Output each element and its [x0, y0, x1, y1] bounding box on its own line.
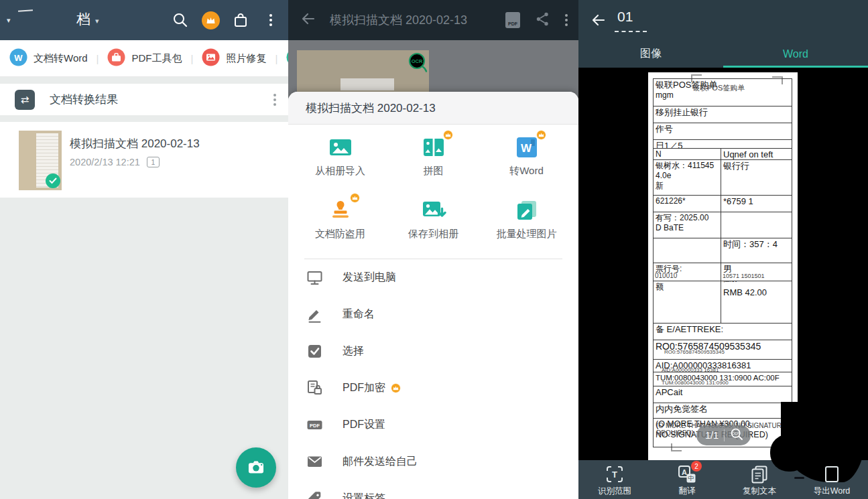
left-edge-caret-icon[interactable]: ▾ [7, 16, 11, 25]
folder-row-conversion-results[interactable]: ⇄ 文档转换结果 [0, 84, 288, 115]
page-indicator-pill[interactable]: 1/1 OCR [696, 425, 751, 445]
menu-item-set-tags[interactable]: 设置标签 [288, 480, 578, 499]
toolbar-item-label: 翻译 [679, 486, 696, 497]
folder-title-dropdown[interactable]: 档 ▾ [76, 10, 99, 29]
quick-action-label: PDF工具包 [131, 52, 182, 65]
toolbar-item-label: 导出Word [814, 486, 851, 497]
vip-crown-icon[interactable] [201, 11, 220, 29]
document-list-item[interactable]: 模拟扫描文档 2020-02-13 2020/2/13 12:21 1 [0, 122, 288, 198]
ocr-table-row: 时间：357：4 [653, 238, 792, 263]
chip-separator: | [97, 53, 99, 64]
menu-item-pdf-settings[interactable]: PDF PDF设置 [288, 407, 578, 443]
word-result-panel: 01 图像 Word 银联POS签购单mgm银联POS签购单移别挂止银行作号日1… [578, 0, 868, 499]
toolbar-copy-text[interactable]: 复制文本 [723, 460, 796, 499]
grid-action-label: 批量处理图片 [497, 228, 557, 240]
middle-overflow-icon[interactable] [565, 14, 568, 26]
document-title: 模拟扫描文档 2020-02-13 [70, 136, 200, 151]
pdf-file-icon[interactable]: PDF [505, 12, 520, 28]
tab-word[interactable]: Word [723, 40, 868, 68]
ocr-table-row: AID:A000000333816381AID:A000000333 16381 [653, 359, 792, 372]
document-detail-panel: 模拟扫描文档 2020-02-13 PDF OCR 模拟扫描文档 2020-02… [288, 0, 578, 499]
folder-row-label: 文档转换结果 [50, 92, 118, 107]
menu-item-email-to-self[interactable]: 邮件发送给自己 [288, 443, 578, 480]
grid-action-label: 文档防盗用 [315, 228, 365, 240]
middle-title: 模拟扫描文档 2020-02-13 [330, 12, 467, 28]
ocr-table-row: 备 E/AETTREKE: [653, 323, 792, 340]
result-title-editable[interactable]: 01 [617, 9, 633, 25]
back-arrow-icon[interactable] [591, 12, 607, 31]
ocr-table-row: APCait [653, 386, 792, 403]
ocr-result-table: 银联POS签购单mgm银联POS签购单移别挂止银行作号日1／5BacNUqnef… [653, 79, 792, 447]
ocr-ghost-text: 住别 [723, 281, 737, 283]
export-word-icon [822, 464, 842, 484]
sheet-header: 模拟扫描文档 2020-02-13 [288, 92, 578, 125]
ocr-zoom-icon[interactable]: OCR [730, 427, 744, 443]
grid-action-collage[interactable]: 拼图 [387, 134, 480, 192]
pdf-toolbox-icon [107, 48, 125, 69]
toolbar-ocr-area[interactable]: T 识别范围 [578, 460, 651, 499]
thumbnail-label-strip [340, 78, 394, 90]
pdf-lock-icon [306, 379, 324, 397]
share-icon[interactable] [535, 11, 550, 29]
result-tabs: 图像 Word [578, 40, 868, 68]
menu-item-select[interactable]: 选择 [288, 333, 578, 370]
middle-app-bar: 模拟扫描文档 2020-02-13 PDF [288, 0, 578, 40]
menu-item-label: PDF设置 [343, 418, 385, 432]
shop-bag-icon[interactable] [231, 11, 250, 29]
tab-image[interactable]: 图像 [578, 40, 723, 68]
ocr-badge-icon: OCR [406, 51, 432, 82]
computer-icon [306, 269, 324, 287]
toolbar-item-label: 识别范围 [598, 486, 631, 497]
translate-icon: A中2 [677, 464, 697, 484]
toolbar-item-label: 复制文本 [743, 486, 776, 497]
back-arrow-icon[interactable] [300, 11, 316, 29]
pdf-badge-icon: PDF [306, 416, 324, 434]
menu-item-pdf-encrypt[interactable]: PDF加密 [288, 370, 578, 407]
ocr-area-icon: T [605, 464, 625, 484]
ocr-table-row: 银树水：4115454.0e新银行行 [653, 159, 792, 196]
grid-action-import-from-album[interactable]: 从相册导入 [294, 134, 387, 192]
premium-crown-icon [443, 130, 453, 143]
notification-badge: 2 [691, 461, 702, 472]
save-gallery-icon [420, 197, 447, 224]
transfer-folder-icon: ⇄ [15, 90, 35, 110]
right-app-bar: 01 [578, 0, 868, 40]
document-actions-sheet: 模拟扫描文档 2020-02-13 从相册导入 拼图 W 转Word 文档防盗用… [288, 92, 578, 499]
quick-action-photo-repair[interactable]: 照片修复 [202, 48, 266, 69]
document-timestamp: 2020/2/13 12:21 [70, 157, 140, 167]
premium-crown-icon [350, 193, 360, 206]
menu-item-label: 设置标签 [343, 492, 385, 499]
svg-text:OCR: OCR [732, 431, 740, 435]
envelope-icon [306, 453, 324, 471]
ocr-table-row: 票行号:010010男10571 1501501 [653, 263, 792, 281]
document-thumbnail[interactable] [19, 131, 62, 190]
overflow-menu-icon[interactable] [261, 11, 280, 29]
quick-action-doc-to-word[interactable]: W 文档转Word [9, 48, 88, 69]
toolbar-translate[interactable]: A中2 翻译 [651, 460, 723, 499]
folder-overflow-icon[interactable] [273, 94, 276, 106]
stamp-icon [327, 197, 354, 224]
ocr-ghost-text: 10571 1501501 [723, 273, 765, 279]
grid-action-to-word[interactable]: W 转Word [480, 134, 573, 192]
decorative-dash [18, 9, 33, 12]
copy-text-icon [749, 464, 769, 484]
word-bottom-toolbar: T 识别范围 A中2 翻译 复制文本 导出Word [578, 460, 868, 499]
toolbar-export-word[interactable]: 导出Word [796, 460, 868, 499]
grid-action-batch-edit-images[interactable]: 批量处理图片 [480, 197, 573, 255]
menu-item-rename[interactable]: 重命名 [288, 296, 578, 333]
synced-check-icon [46, 173, 60, 188]
menu-item-send-to-computer[interactable]: 发送到电脑 [288, 259, 578, 296]
grid-action-label: 从相册导入 [315, 165, 365, 177]
search-icon[interactable] [171, 11, 190, 29]
ocr-table-row: 额RMB 42.00住别 [653, 281, 792, 324]
camera-fab[interactable] [236, 447, 276, 488]
svg-text:W: W [520, 142, 532, 155]
grid-action-doc-anti-theft[interactable]: 文档防盗用 [294, 197, 387, 255]
sheet-action-grid: 从相册导入 拼图 W 转Word 文档防盗用 保存到相册 批量处理图片 [288, 125, 578, 255]
quick-action-pdf-toolkit[interactable]: PDF工具包 [107, 48, 182, 69]
ocr-table-row: 银联POS签购单mgm银联POS签购单 [653, 78, 792, 106]
grid-action-save-to-album[interactable]: 保存到相册 [387, 197, 480, 255]
sheet-title: 模拟扫描文档 2020-02-13 [306, 100, 436, 116]
ocr-table-row: NUqnef on teft [653, 148, 792, 160]
left-app-bar: ▾ 档 ▾ [0, 0, 288, 40]
